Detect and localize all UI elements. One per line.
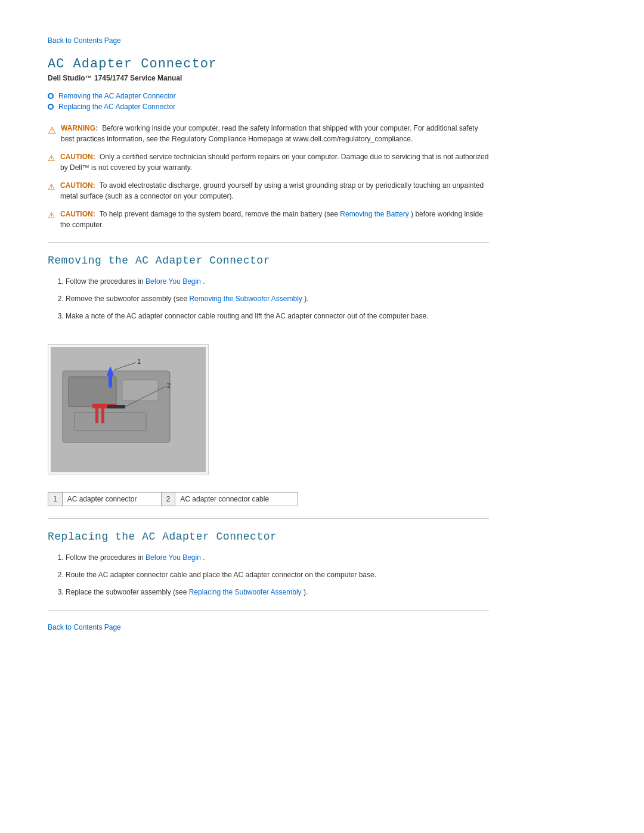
removing-step-2: Remove the subwoofer assembly (see Remov… (66, 293, 489, 305)
replacing-section: Replacing the AC Adapter Connector Follo… (48, 531, 489, 599)
replacing-steps-list: Follow the procedures in Before You Begi… (66, 552, 489, 599)
diagram-container: 1 2 (48, 344, 209, 475)
callout-table: 1 AC adapter connector 2 AC adapter conn… (48, 492, 298, 506)
svg-text:1: 1 (137, 358, 141, 365)
callout-row-1: 1 AC adapter connector 2 AC adapter conn… (48, 492, 298, 506)
replacing-subwoofer-link[interactable]: Replacing the Subwoofer Assembly (189, 588, 302, 596)
replacing-step-1: Follow the procedures in Before You Begi… (66, 552, 489, 563)
svg-rect-8 (107, 405, 125, 408)
callout-num-1: 1 (48, 492, 63, 506)
svg-text:2: 2 (167, 382, 171, 389)
replacing-section-title: Replacing the AC Adapter Connector (48, 531, 489, 543)
warning-icon: ⚠ (48, 123, 56, 138)
divider-2 (48, 518, 489, 519)
replacing-step-2: Route the AC adapter connector cable and… (66, 569, 489, 581)
removing-subwoofer-link[interactable]: Removing the Subwoofer Assembly (189, 295, 302, 303)
before-you-begin-link-1[interactable]: Before You Begin (145, 277, 201, 286)
page-title: AC Adapter Connector (48, 57, 489, 72)
caution3-text: CAUTION: To help prevent damage to the s… (60, 209, 489, 230)
caution1-icon: ⚠ (48, 152, 55, 165)
removing-section-title: Removing the AC Adapter Connector (48, 255, 489, 267)
toc-link-removing[interactable]: Removing the AC Adapter Connector (58, 92, 176, 100)
toc-link-replacing[interactable]: Replacing the AC Adapter Connector (58, 103, 175, 111)
removing-step-1: Follow the procedures in Before You Begi… (66, 276, 489, 287)
caution3-notice: ⚠ CAUTION: To help prevent damage to the… (48, 209, 489, 230)
divider-3 (48, 610, 489, 611)
svg-rect-7 (101, 408, 104, 423)
toc-item-removing: Removing the AC Adapter Connector (48, 92, 489, 100)
svg-rect-6 (95, 408, 98, 423)
toc-item-replacing: Replacing the AC Adapter Connector (48, 103, 489, 111)
diagram-image: 1 2 (51, 347, 206, 472)
removing-battery-link[interactable]: Removing the Battery (340, 210, 408, 218)
caution1-notice: ⚠ CAUTION: Only a certified service tech… (48, 151, 489, 173)
page-subtitle: Dell Studio™ 1745/1747 Service Manual (48, 74, 489, 82)
warning-text: WARNING: Before working inside your comp… (61, 123, 489, 144)
replacing-step-3: Replace the subwoofer assembly (see Repl… (66, 587, 489, 598)
back-to-contents-bottom[interactable]: Back to Contents Page (48, 623, 121, 631)
svg-rect-10 (109, 376, 112, 388)
toc-bullet-replacing (48, 104, 54, 110)
toc-bullet-removing (48, 93, 54, 99)
caution2-icon: ⚠ (48, 181, 55, 193)
callout-label-2: AC adapter connector cable (175, 492, 298, 506)
caution1-text: CAUTION: Only a certified service techni… (60, 151, 489, 173)
callout-num-2: 2 (161, 492, 175, 506)
svg-rect-3 (122, 380, 158, 401)
removing-steps-list: Follow the procedures in Before You Begi… (66, 276, 489, 323)
before-you-begin-link-2[interactable]: Before You Begin (145, 553, 201, 562)
diagram-svg: 1 2 (51, 347, 206, 472)
removing-step-3: Make a note of the AC adapter connector … (66, 311, 489, 322)
caution2-notice: ⚠ CAUTION: To avoid electrostatic discha… (48, 180, 489, 202)
back-to-contents-top[interactable]: Back to Contents Page (48, 36, 121, 45)
caution2-text: CAUTION: To avoid electrostatic discharg… (60, 180, 489, 202)
caution3-icon: ⚠ (48, 209, 55, 222)
toc-list: Removing the AC Adapter Connector Replac… (48, 92, 489, 111)
divider-1 (48, 242, 489, 243)
svg-rect-4 (75, 413, 146, 431)
callout-label-1: AC adapter connector (62, 492, 161, 506)
warning-notice: ⚠ WARNING: Before working inside your co… (48, 123, 489, 144)
removing-section: Removing the AC Adapter Connector Follow… (48, 255, 489, 506)
